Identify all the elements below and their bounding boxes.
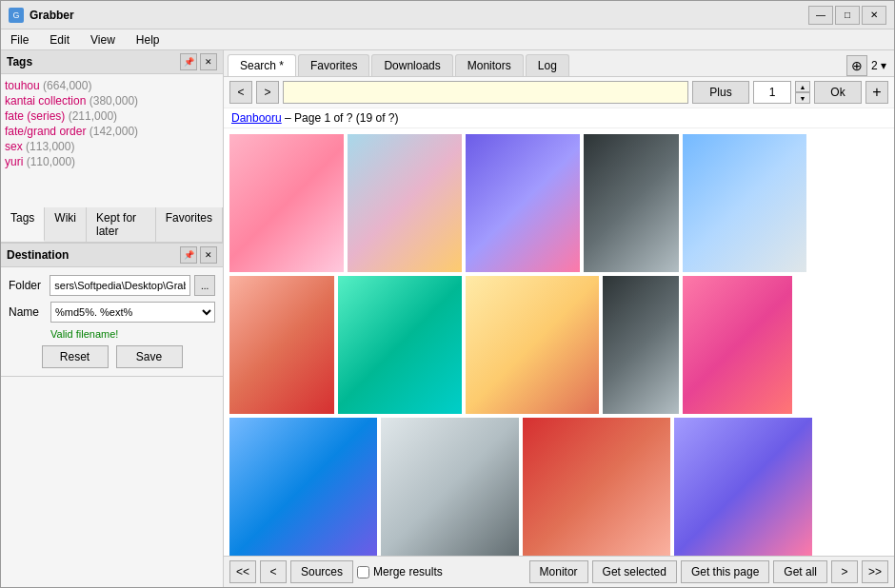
title-bar: G Grabber — □ ✕ (1, 1, 894, 29)
menu-help[interactable]: Help (130, 31, 166, 49)
destination-buttons: Reset Save (9, 345, 215, 368)
get-page-button[interactable]: Get this page (681, 560, 769, 583)
name-label: Name (9, 305, 47, 319)
sources-button[interactable]: Sources (290, 560, 353, 583)
menu-file[interactable]: File (5, 31, 34, 49)
reset-button[interactable]: Reset (42, 345, 109, 368)
image-thumb[interactable] (523, 418, 670, 556)
tab-downloads[interactable]: Downloads (371, 54, 452, 76)
search-prev-button[interactable]: < (229, 81, 252, 104)
folder-browse-button[interactable]: ... (194, 275, 215, 296)
tab-monitors[interactable]: Monitors (455, 54, 524, 76)
first-page-button[interactable]: << (229, 560, 256, 583)
left-panel-tabs: Tags Wiki Kept for later Favorites (1, 207, 223, 243)
prev-page-button[interactable]: < (260, 560, 287, 583)
destination-panel-controls: 📌 ✕ (180, 246, 217, 264)
destination-content: Folder ... Name %md5%. %ext% Valid filen… (1, 267, 223, 376)
image-thumb[interactable] (229, 134, 344, 272)
image-thumb[interactable] (338, 276, 462, 414)
destination-panel-pin[interactable]: 📌 (180, 246, 197, 264)
tag-item[interactable]: sex (113,000) (5, 139, 219, 154)
tab-wiki[interactable]: Wiki (45, 207, 87, 242)
image-thumb[interactable] (683, 276, 792, 414)
image-thumb[interactable] (603, 276, 679, 414)
image-thumb[interactable] (584, 134, 679, 272)
tag-item[interactable]: fate/grand order (142,000) (5, 124, 219, 139)
valid-filename-text: Valid filename! (50, 328, 215, 340)
image-grid (224, 128, 894, 556)
tab-count: 2 ▾ (871, 59, 886, 72)
tab-favorites[interactable]: Favorites (156, 207, 223, 242)
main-tabs: Search * Favorites Downloads Monitors Lo… (228, 54, 569, 76)
tags-list: touhou (664,000) kantai collection (380,… (1, 74, 223, 207)
page-up-button[interactable]: ▲ (795, 81, 810, 92)
title-bar-left: G Grabber (9, 8, 74, 23)
image-thumb[interactable] (348, 134, 462, 272)
tags-panel-controls: 📌 ✕ (180, 53, 217, 70)
tag-item[interactable]: touhou (664,000) (5, 78, 219, 93)
image-thumb[interactable] (683, 134, 806, 272)
search-bar: < > Plus ▲ ▼ Ok + (224, 77, 894, 108)
ok-button[interactable]: Ok (814, 81, 862, 104)
folder-input[interactable] (50, 275, 190, 296)
tag-item[interactable]: fate (series) (211,000) (5, 108, 219, 124)
add-search-button[interactable]: + (865, 81, 888, 104)
image-thumb[interactable] (381, 418, 519, 556)
tag-count: (110,000) (27, 155, 75, 168)
menu-edit[interactable]: Edit (44, 31, 75, 49)
search-next-button[interactable]: > (256, 81, 279, 104)
save-button[interactable]: Save (116, 345, 183, 368)
tag-item[interactable]: yuri (110,000) (5, 154, 219, 169)
close-button[interactable]: ✕ (862, 6, 886, 25)
image-thumb[interactable] (674, 418, 812, 556)
main-content: Tags 📌 ✕ touhou (664,000) kantai collect… (1, 50, 894, 587)
merge-label: Merge results (357, 565, 443, 578)
get-selected-button[interactable]: Get selected (592, 560, 677, 583)
tag-name: yuri (5, 155, 23, 168)
tags-section: Tags 📌 ✕ touhou (664,000) kantai collect… (1, 50, 223, 244)
tag-count: (142,000) (90, 125, 138, 138)
destination-panel-close[interactable]: ✕ (200, 246, 217, 264)
plus-button[interactable]: Plus (692, 81, 749, 104)
folder-label: Folder (9, 279, 46, 292)
image-thumb[interactable] (466, 134, 580, 272)
page-down-button[interactable]: ▼ (795, 92, 810, 104)
tag-item[interactable]: kantai collection (380,000) (5, 93, 219, 108)
tab-search[interactable]: Search * (228, 54, 296, 76)
menu-bar: File Edit View Help (1, 29, 894, 50)
title-controls: — □ ✕ (808, 6, 886, 25)
merge-checkbox[interactable] (357, 566, 369, 578)
tags-panel-pin[interactable]: 📌 (180, 53, 197, 70)
tag-count: (380,000) (90, 94, 138, 108)
last-page-button[interactable]: >> (862, 560, 888, 583)
get-all-button[interactable]: Get all (773, 560, 827, 583)
next-page-button[interactable]: > (831, 560, 858, 583)
minimize-button[interactable]: — (808, 6, 833, 25)
tag-name: kantai collection (5, 94, 86, 108)
image-thumb[interactable] (466, 276, 599, 414)
tag-count: (211,000) (69, 109, 117, 123)
tag-count: (113,000) (26, 140, 74, 153)
name-select[interactable]: %md5%. %ext% (50, 302, 215, 323)
page-info: Danbooru – Page 1 of ? (19 of ?) (224, 108, 894, 128)
tag-name: fate (series) (5, 109, 65, 123)
tab-tags[interactable]: Tags (1, 207, 45, 242)
search-input[interactable] (283, 81, 688, 104)
maximize-button[interactable]: □ (835, 6, 860, 25)
tags-panel-close[interactable]: ✕ (200, 53, 217, 70)
destination-section: Destination 📌 ✕ Folder ... Name (1, 244, 223, 377)
tab-favorites[interactable]: Favorites (298, 54, 369, 76)
tag-name: fate/grand order (5, 125, 86, 138)
tab-kept-for-later[interactable]: Kept for later (87, 207, 156, 242)
menu-view[interactable]: View (85, 31, 121, 49)
image-thumb[interactable] (229, 276, 334, 414)
tab-log[interactable]: Log (526, 54, 569, 76)
image-thumb[interactable] (229, 418, 377, 556)
app-icon: G (9, 8, 24, 23)
monitor-button[interactable]: Monitor (529, 560, 588, 583)
add-tab-button[interactable]: ⊕ (846, 55, 867, 76)
site-link[interactable]: Danbooru (231, 111, 282, 125)
main-window: G Grabber — □ ✕ File Edit View Help Tags… (0, 0, 895, 588)
page-number-input[interactable] (753, 81, 791, 104)
main-tab-bar: Search * Favorites Downloads Monitors Lo… (224, 50, 894, 77)
